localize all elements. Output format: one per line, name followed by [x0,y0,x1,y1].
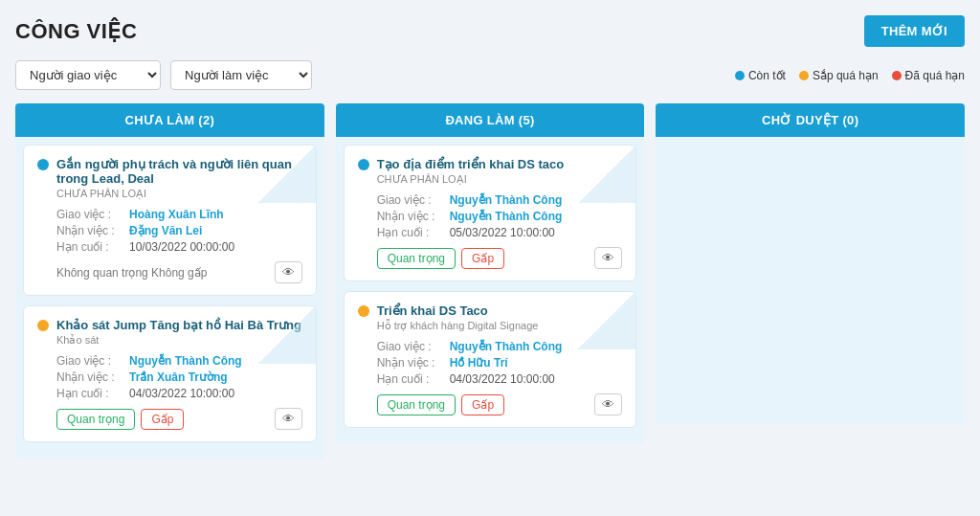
card-footer-3: Quan trọng Gấp 👁 [377,247,623,269]
btn-gap-4[interactable]: Gấp [461,394,504,415]
page-title: CÔNG VIỆC [15,19,137,44]
card-info-4: Giao việc : Nguyễn Thành Công Nhận việc … [377,340,623,386]
eye-button-3[interactable]: 👁 [594,247,622,269]
btn-gap-2[interactable]: Gấp [141,409,184,430]
card-actions-1: 👁 [275,261,302,283]
card-row-giao-3: Giao việc : Nguyễn Thành Công [377,193,623,207]
legend-good: Còn tốt [735,69,786,82]
card-tags-3: Quan trọng Gấp [377,248,504,269]
legend-expired-label: Đã quá hạn [905,69,965,82]
status-dot-blue [37,159,49,170]
card-row-giao-1: Giao việc : Hoàng Xuân Lĩnh [56,208,302,221]
btn-quan-trong-3[interactable]: Quan trọng [377,248,456,269]
card-footer-2: Quan trọng Gấp 👁 [56,408,302,430]
card-title-2: Khảo sát Jump Tăng bạt hồ Hai Bà Trưng [37,318,302,332]
status-dot-orange-4 [358,305,369,317]
card-category-4: Hỗ trợ khách hàng Digital Signage [377,320,623,332]
card-category-3: CHƯA PHÂN LOẠI [377,173,623,186]
card-row-nhan-3: Nhận việc : Nguyễn Thành Công [377,210,623,223]
card-footer-4: Quan trọng Gấp 👁 [377,393,623,415]
column-header-cho-duyet: CHỜ DUYỆT (0) [656,103,965,137]
add-button[interactable]: THÊM MỚI [864,15,965,47]
header: CÔNG VIỆC THÊM MỚI [15,15,965,47]
column-header-dang-lam: ĐANG LÀM (5) [336,103,645,137]
btn-quan-trong-2[interactable]: Quan trọng [56,409,135,430]
card-chua-lam-2: Khảo sát Jump Tăng bạt hồ Hai Bà Trưng K… [23,305,317,442]
legend-expiring-label: Sắp quá hạn [813,69,879,82]
card-info-1: Giao việc : Hoàng Xuân Lĩnh Nhận việc : … [56,208,302,254]
card-info-2: Giao việc : Nguyễn Thành Công Nhận việc … [56,354,302,400]
card-info-3: Giao việc : Nguyễn Thành Công Nhận việc … [377,193,623,239]
card-category-2: Khảo sát [56,334,302,347]
assigner-select[interactable]: Người giao việc [15,60,161,90]
columns: CHƯA LÀM (2) Gắn người phụ trách và ngườ… [15,103,965,460]
card-row-han-3: Hạn cuối : 05/03/2022 10:00:00 [377,226,623,239]
legend-expired: Đã quá hạn [892,69,965,82]
card-footer-1: Không quan trọng Không gấp 👁 [56,261,302,283]
toolbar-left: Người giao việc Người làm việc [15,60,312,90]
card-dang-lam-2: Triển khai DS Taco Hỗ trợ khách hàng Dig… [344,291,637,428]
btn-quan-trong-4[interactable]: Quan trọng [377,394,456,415]
card-row-giao-2: Giao việc : Nguyễn Thành Công [56,354,302,368]
column-chua-lam: CHƯA LÀM (2) Gắn người phụ trách và ngườ… [15,103,324,460]
dot-blue [735,71,745,80]
card-row-nhan-1: Nhận việc : Đặng Văn Lei [56,224,302,237]
card-tags-4: Quan trọng Gấp [377,394,504,415]
eye-button-2[interactable]: 👁 [275,408,302,430]
column-body-dang-lam: Tạo địa điểm triển khai DS taco CHƯA PHÂ… [336,137,645,445]
card-row-han-4: Hạn cuối : 04/03/2022 10:00:00 [377,372,623,386]
dot-red [892,71,902,80]
card-title-3: Tạo địa điểm triển khai DS taco [358,157,623,171]
card-row-giao-4: Giao việc : Nguyễn Thành Công [377,340,623,353]
legend-good-label: Còn tốt [748,69,786,82]
card-row-han-1: Hạn cuối : 10/03/2022 00:00:00 [56,240,302,254]
column-body-chua-lam: Gắn người phụ trách và người liên quan t… [15,137,324,460]
worker-select[interactable]: Người làm việc [170,60,312,90]
legend-expiring: Sắp quá hạn [799,69,879,82]
card-title-1: Gắn người phụ trách và người liên quan t… [37,157,302,186]
dot-orange [799,71,809,80]
card-dang-lam-1: Tạo địa điểm triển khai DS taco CHƯA PHÂ… [344,145,637,281]
legend: Còn tốt Sắp quá hạn Đã quá hạn [735,69,965,82]
card-row-han-2: Hạn cuối : 04/03/2022 10:00:00 [56,387,302,400]
card-tags-2: Quan trọng Gấp [56,409,184,430]
status-dot-blue-3 [358,159,369,170]
card-category-1: CHƯA PHÂN LOẠI [56,188,302,200]
card-chua-lam-1: Gắn người phụ trách và người liên quan t… [23,145,317,296]
toolbar: Người giao việc Người làm việc Còn tốt S… [15,60,965,90]
card-row-nhan-4: Nhận việc : Hồ Hữu Trí [377,356,623,370]
btn-gap-3[interactable]: Gấp [461,248,504,269]
column-cho-duyet: CHỜ DUYỆT (0) [656,103,965,424]
column-dang-lam: ĐANG LÀM (5) Tạo địa điểm triển khai DS … [336,103,645,445]
card-title-4: Triển khai DS Taco [358,303,623,318]
app-container: CÔNG VIỆC THÊM MỚI Người giao việc Người… [0,0,980,475]
eye-button-4[interactable]: 👁 [594,393,622,415]
column-body-cho-duyet [656,137,965,424]
status-dot-orange-2 [37,320,49,331]
column-header-chua-lam: CHƯA LÀM (2) [15,103,324,137]
eye-button-1[interactable]: 👁 [275,261,302,283]
card-row-nhan-2: Nhận việc : Trần Xuân Trường [56,370,302,384]
